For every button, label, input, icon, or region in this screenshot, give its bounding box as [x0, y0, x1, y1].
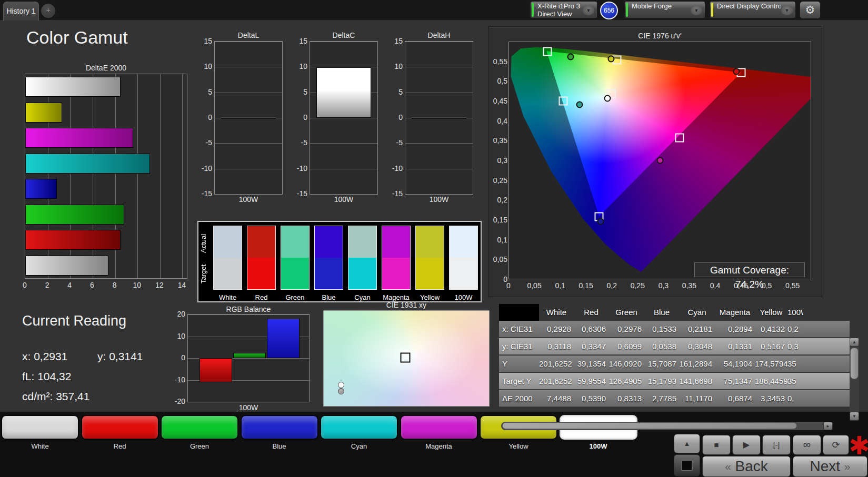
table-header-cell: Blue — [644, 304, 679, 321]
horizontal-scroll-thumb[interactable] — [502, 422, 797, 429]
patch-button-red[interactable] — [81, 415, 159, 440]
axis-tick-label: -20 — [175, 397, 185, 405]
table-cell: 186,4459 — [755, 373, 787, 390]
scroll-up-button[interactable]: ▲ — [850, 338, 859, 347]
chevron-down-icon[interactable]: ▼ — [691, 6, 702, 15]
source-name: Mobile Forge — [632, 2, 690, 10]
reading-y: y: 0,3141 — [97, 350, 143, 363]
back-button[interactable]: « Back — [702, 456, 791, 477]
row-label: Y — [502, 356, 539, 372]
meter-count-badge: 656 — [600, 2, 618, 19]
deltae2000-x-axis: 02468101214 — [25, 281, 187, 291]
patch-label: Blue — [241, 442, 318, 450]
patch-button-magenta[interactable] — [400, 415, 478, 440]
gridline — [405, 93, 473, 93]
table-cell: 0,3347 — [574, 338, 608, 355]
gridline — [310, 169, 377, 169]
page-title: Color Gamut — [26, 27, 128, 48]
actual-swatch — [214, 226, 242, 258]
patch-label: 100W — [560, 442, 637, 450]
table-cell: 0,2976 — [608, 321, 644, 338]
patch-button-blue[interactable] — [241, 415, 318, 440]
table-cell: 75,1347 — [715, 373, 755, 390]
swatch-pair — [314, 226, 343, 290]
standby-button[interactable] — [674, 454, 700, 476]
cie1976-y-axis: 0,550,50,450,40,350,30,250,20,150,10,050 — [490, 42, 507, 279]
deltal-chart — [214, 41, 283, 195]
table-cell: 0,6306 — [574, 321, 608, 338]
patch-button-green[interactable] — [161, 415, 238, 440]
swatch-column-blue: Blue — [314, 226, 343, 290]
table-cell: 0, — [787, 390, 803, 407]
horizontal-scrollbar[interactable]: ► — [501, 422, 833, 430]
deltae-bar-magenta — [25, 128, 133, 148]
meter-dropdown-label: X-Rite i1Pro 3 Direct View — [537, 2, 582, 18]
rgb-balance-chart — [187, 314, 310, 402]
axis-tick-label: 0 — [398, 113, 403, 121]
scroll-right-button[interactable]: ► — [823, 422, 833, 430]
axis-tick-label: 0 — [23, 281, 27, 289]
target-swatch — [247, 258, 275, 289]
swatch-columns: WhiteRedGreenBlueCyanMagentaYellow100W — [213, 222, 481, 301]
tab-history-1[interactable]: History 1 — [3, 2, 39, 21]
swatch-column-white: White — [213, 226, 242, 290]
swatch-pair — [415, 226, 444, 290]
axis-tick-label: -10 — [392, 164, 403, 172]
zero-value-bar — [412, 117, 467, 119]
stop-button[interactable]: ■ — [702, 435, 731, 455]
swatch-column-cyan: Cyan — [348, 226, 377, 290]
target-swatch — [281, 258, 309, 289]
display-control-dropdown[interactable]: Direct Display Control ▼ — [710, 1, 796, 18]
target-row-label: Target — [199, 259, 211, 289]
gridline — [215, 143, 282, 144]
axis-tick-label: 15 — [299, 37, 307, 45]
continuous-measure-button[interactable]: ∞ — [793, 435, 821, 455]
deltae-bar-green — [25, 205, 124, 225]
measure-range-button[interactable]: [-] — [762, 435, 791, 455]
measuring-indicator-icon: ✱ — [849, 431, 868, 460]
swatch-column-100w: 100W — [449, 226, 478, 290]
table-row: Target Y201,625259,9554126,490515,179314… — [499, 373, 850, 390]
next-chevron-icon: » — [844, 460, 851, 472]
chevron-down-icon[interactable]: ▼ — [583, 6, 594, 15]
gridline — [215, 194, 282, 195]
meter-dropdown[interactable]: X-Rite i1Pro 3 Direct View ▼ — [530, 1, 597, 18]
play-button[interactable]: ▶ — [732, 435, 761, 455]
gridline — [188, 402, 309, 402]
vertical-scrollbar[interactable]: ▲ ▼ — [850, 338, 859, 421]
measurement-table: WhiteRedGreenBlueCyanMagentaYellow100W x… — [499, 304, 859, 430]
axis-tick-label: -15 — [202, 189, 212, 198]
table-cell: 0,4132 — [755, 321, 787, 338]
axis-tick-label: 5 — [208, 88, 212, 96]
axis-tick-label: 0,25 — [493, 176, 507, 185]
table-header-cell: Green — [608, 304, 644, 321]
source-dropdown[interactable]: Mobile Forge ▼ — [624, 1, 705, 18]
axis-tick-label: 10 — [133, 281, 141, 289]
deltac-x-label: 100W — [310, 195, 378, 204]
scroll-down-button[interactable]: ▼ — [850, 412, 859, 421]
table-cell: 3,3453 — [755, 390, 787, 407]
cie1931-chart — [323, 310, 490, 407]
table-cell: 0,2181 — [679, 321, 715, 338]
patch-button-white[interactable] — [1, 415, 79, 440]
add-tab-button[interactable]: + — [41, 4, 55, 18]
cie1976-panel: CIE 1976 u'v' 0,550,50,450,40,350,30,250… — [488, 26, 822, 297]
axis-tick-label: 0,35 — [682, 281, 696, 290]
expand-up-button[interactable]: ▲ — [674, 434, 700, 453]
row-label: ΔE 2000 — [502, 390, 539, 407]
vertical-scroll-thumb[interactable] — [850, 348, 859, 379]
cie1976-chart — [508, 42, 811, 279]
swatch-label: Magenta — [382, 293, 411, 301]
chevron-down-icon[interactable]: ▼ — [781, 6, 793, 15]
axis-tick-label: 0 — [506, 281, 511, 290]
gridline — [310, 118, 377, 118]
refresh-button[interactable]: ⟳ — [823, 435, 849, 455]
gear-icon[interactable]: ⚙ — [800, 1, 821, 19]
table-cell: 0,5167 — [755, 338, 787, 355]
table-header-cell: Magenta — [715, 304, 755, 321]
patch-button-cyan[interactable] — [320, 415, 398, 440]
measured-marker-white — [604, 95, 611, 102]
axis-tick-label: 0,15 — [493, 216, 507, 224]
cie1976-title: CIE 1976 u'v' — [508, 32, 811, 40]
deltah-chart — [405, 41, 473, 195]
